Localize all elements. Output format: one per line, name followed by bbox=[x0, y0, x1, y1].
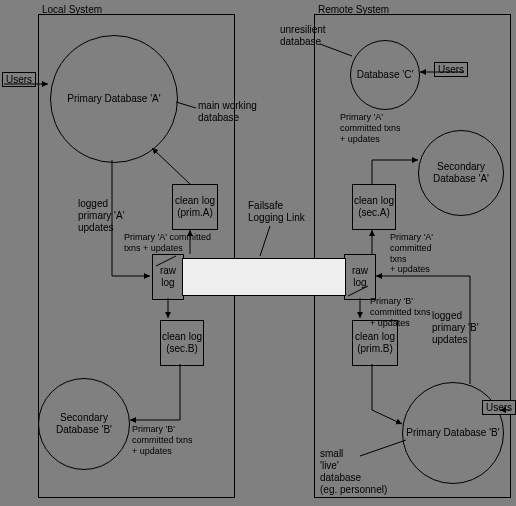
diagram-canvas: Local System Remote System Primary Datab… bbox=[0, 0, 516, 506]
svg-line-20 bbox=[372, 410, 402, 424]
svg-line-21 bbox=[360, 440, 406, 456]
svg-line-8 bbox=[176, 102, 196, 108]
svg-line-9 bbox=[320, 44, 352, 56]
arrows-layer bbox=[0, 0, 516, 506]
svg-line-10 bbox=[260, 226, 270, 256]
svg-line-23 bbox=[348, 286, 368, 296]
svg-line-22 bbox=[156, 256, 176, 266]
svg-line-4 bbox=[152, 148, 190, 184]
